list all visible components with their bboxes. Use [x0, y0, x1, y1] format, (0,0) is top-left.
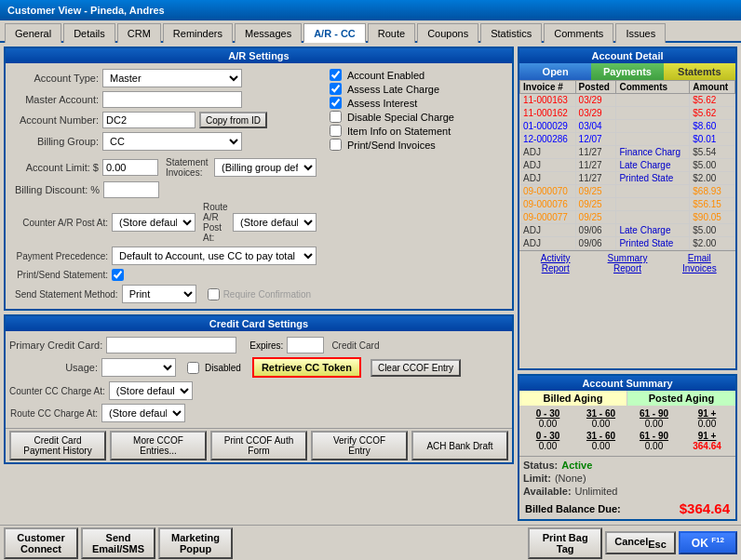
comments-cell: [616, 211, 690, 224]
activity-report-link[interactable]: ActivityReport: [519, 251, 591, 275]
marketing-popup-button[interactable]: MarketingPopup: [158, 527, 233, 559]
statement-invoices-label: Statement Invoices:: [166, 157, 210, 178]
summary-report-link[interactable]: SummaryReport: [591, 251, 663, 275]
account-type-select[interactable]: Master: [102, 69, 242, 87]
assess-late-charge-row: Assess Late Charge: [330, 83, 501, 95]
account-limit-input[interactable]: [102, 159, 158, 176]
disabled-checkbox[interactable]: [187, 362, 199, 374]
balance-due-label: Billed Balance Due:: [525, 503, 621, 514]
copy-from-id-button[interactable]: Copy from ID: [199, 112, 267, 128]
comments-cell: [616, 120, 690, 133]
print-send-statement-checkbox[interactable]: [112, 269, 124, 281]
action-links-row: ActivityReport SummaryReport EmailInvoic…: [519, 250, 735, 275]
open-tab[interactable]: Open: [519, 63, 591, 80]
route-ar-select[interactable]: (Store default): [233, 213, 317, 232]
posted-61-90-label: 61 - 90: [628, 431, 680, 441]
billing-discount-input[interactable]: [103, 181, 159, 198]
billed-col-91plus: 91 + 0.00: [681, 408, 733, 429]
account-number-row: Account Number: Copy from ID: [9, 110, 322, 130]
print-send-invoices-row: Print/Send Invoices: [330, 139, 501, 151]
tab-reminders[interactable]: Reminders: [163, 23, 233, 43]
billing-group-select[interactable]: CC: [102, 132, 242, 151]
customer-connect-button[interactable]: CustomerConnect: [4, 527, 78, 559]
table-row: 01-000029 03/04 $8.60: [520, 120, 735, 133]
primary-cc-row: Primary Credit Card: Expires: Credit Car…: [9, 335, 508, 355]
master-account-input[interactable]: [102, 91, 242, 108]
account-enabled-checkbox[interactable]: [330, 69, 342, 81]
credit-card-label: Credit Card: [331, 340, 379, 351]
ach-bank-draft-button[interactable]: ACH Bank Draft: [411, 431, 508, 460]
billed-61-90-value: 0.00: [628, 419, 680, 429]
retrieve-cc-token-button[interactable]: Retrieve CC Token: [252, 357, 361, 378]
comments-cell: Late Charge: [616, 159, 690, 172]
amount-cell: $2.00: [690, 172, 735, 185]
payments-tab[interactable]: Payments: [591, 63, 663, 80]
ok-button[interactable]: OK F12: [679, 531, 737, 554]
posted-cell: 12/07: [575, 133, 616, 146]
cancel-button[interactable]: CancelEsc: [605, 531, 676, 554]
tab-messages[interactable]: Messages: [235, 23, 302, 43]
route-cc-select[interactable]: (Store default): [101, 404, 185, 422]
amount-cell: $2.00: [690, 237, 735, 250]
print-ccof-auth-button[interactable]: Print CCOF AuthForm: [210, 431, 307, 460]
available-row: Available: Unlimited: [519, 485, 735, 498]
payment-precedence-row: Payment Precedence: Default to Account, …: [9, 245, 322, 267]
posted-col-header: Posted: [575, 81, 616, 94]
billed-0-30-label: 0 - 30: [522, 408, 573, 419]
tab-coupons[interactable]: Coupons: [417, 23, 478, 43]
counter-cc-select[interactable]: (Store default): [109, 381, 193, 400]
status-value: Active: [561, 460, 592, 471]
require-confirmation-label: Require Confirmation: [223, 289, 312, 300]
payment-precedence-select[interactable]: Default to Account, use CC to pay total …: [112, 247, 317, 265]
tab-ar-cc[interactable]: A/R - CC: [303, 23, 366, 43]
verify-ccof-button[interactable]: Verify CCOFEntry: [311, 431, 408, 460]
status-row: Status: Active: [519, 459, 735, 472]
more-ccof-button[interactable]: More CCOFEntries...: [110, 431, 207, 460]
counter-ar-label: Counter A/R Post At:: [15, 218, 108, 228]
billed-91-plus-value: 0.00: [681, 419, 733, 429]
tab-route[interactable]: Route: [368, 23, 415, 43]
credit-card-history-button[interactable]: Credit CardPayment History: [9, 431, 106, 460]
cc-content: Primary Credit Card: Expires: Credit Car…: [6, 331, 512, 428]
expires-input[interactable]: [287, 337, 324, 353]
statements-tab[interactable]: Statemts: [664, 63, 735, 80]
invoice-col-header: Invoice #: [520, 81, 576, 94]
tab-issues[interactable]: Issues: [615, 23, 666, 43]
send-statement-method-select[interactable]: Print: [122, 285, 196, 303]
email-invoices-link[interactable]: EmailInvoices: [664, 251, 735, 275]
disable-special-charge-checkbox[interactable]: [330, 111, 342, 123]
invoice-cell: ADJ: [520, 224, 576, 237]
send-email-sms-button[interactable]: SendEmail/SMS: [81, 527, 155, 559]
cc-settings-header: Credit Card Settings: [6, 316, 512, 331]
require-confirmation-checkbox[interactable]: [208, 288, 220, 300]
billed-31-60-value: 0.00: [575, 419, 626, 429]
assess-interest-checkbox[interactable]: [330, 97, 342, 109]
comments-cell: Late Charge: [616, 224, 690, 237]
clear-ccof-button[interactable]: Clear CCOF Entry: [370, 359, 461, 377]
tab-details[interactable]: Details: [63, 23, 115, 43]
limit-row: Limit: (None): [519, 472, 735, 485]
tab-comments[interactable]: Comments: [544, 23, 613, 43]
billing-discount-label: Billing Discount: %: [15, 184, 100, 195]
counter-ar-select[interactable]: (Store default): [112, 213, 195, 232]
tab-general[interactable]: General: [5, 23, 61, 43]
account-enabled-label: Account Enabled: [347, 70, 424, 81]
billing-discount-row: Billing Discount: %: [9, 180, 322, 200]
print-bag-tag-button[interactable]: Print BagTag: [528, 527, 602, 559]
tab-crm[interactable]: CRM: [117, 23, 161, 43]
print-send-invoices-label: Print/Send Invoices: [347, 140, 436, 151]
usage-label: Usage:: [9, 362, 98, 373]
table-row: 09-000076 09/25 $56.15: [520, 198, 735, 211]
primary-cc-input[interactable]: [106, 337, 236, 353]
invoice-cell: ADJ: [520, 237, 576, 250]
print-send-invoices-checkbox[interactable]: [330, 139, 342, 151]
statement-invoices-select[interactable]: (Billing group default): [214, 158, 317, 177]
usage-select[interactable]: [101, 358, 176, 377]
account-number-input[interactable]: [102, 112, 195, 128]
comments-cell: [616, 107, 690, 120]
assess-late-charge-checkbox[interactable]: [330, 83, 342, 95]
right-panel: Account Detail Open Payments Statemts In…: [518, 47, 737, 521]
amount-cell: $5.62: [690, 94, 735, 107]
item-info-checkbox[interactable]: [330, 125, 342, 137]
tab-statistics[interactable]: Statistics: [480, 23, 542, 43]
